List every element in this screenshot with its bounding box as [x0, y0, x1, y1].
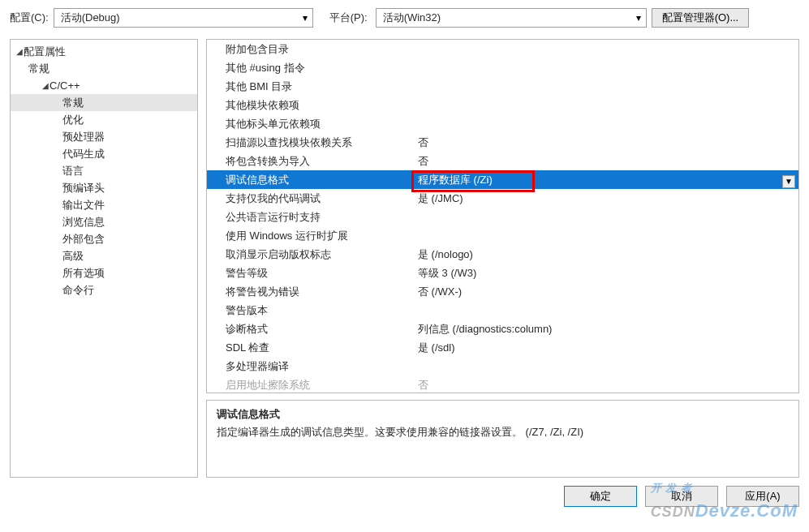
tree-root[interactable]: ◢ 配置属性	[11, 43, 197, 60]
tree-label: 语言	[62, 164, 84, 178]
property-row[interactable]: 启用地址擦除系统否	[207, 375, 798, 393]
property-value[interactable]: 否 (/WX-)	[415, 285, 798, 299]
tree-label: 命令行	[62, 283, 94, 298]
config-manager-button[interactable]: 配置管理器(O)...	[652, 8, 750, 28]
chevron-down-icon: ▾	[631, 12, 646, 24]
description-title: 调试信息格式	[217, 407, 789, 422]
tree-label: 输出文件	[62, 198, 105, 212]
tree-item[interactable]: 代码生成	[11, 145, 197, 162]
tree-label: 优化	[62, 113, 84, 127]
property-name: 警告版本	[207, 303, 415, 318]
apply-button[interactable]: 应用(A)	[726, 486, 799, 507]
property-row[interactable]: 诊断格式列信息 (/diagnostics:column)	[207, 320, 798, 338]
tree-label: 所有选项	[62, 266, 105, 281]
tree-item[interactable]: 浏览信息	[11, 213, 197, 230]
tree-item[interactable]: 语言	[11, 162, 197, 179]
tree-label: 配置属性	[24, 45, 66, 59]
property-name: SDL 检查	[207, 341, 415, 355]
property-row[interactable]: 扫描源以查找模块依赖关系否	[207, 133, 798, 152]
property-value[interactable]: 否	[415, 378, 798, 393]
property-value[interactable]: 否	[415, 154, 798, 169]
property-name: 调试信息格式	[207, 173, 415, 187]
main-area: ◢ 配置属性 常规 ◢ C/C++ 常规优化预处理器代码生成语言预编译头输出文件…	[0, 39, 809, 478]
tree-item[interactable]: 常规	[11, 94, 197, 111]
tree-item[interactable]: 高级	[11, 247, 197, 264]
tree-item[interactable]: 外部包含	[11, 230, 197, 247]
property-row[interactable]: 警告等级等级 3 (/W3)	[207, 264, 798, 282]
chevron-down-icon[interactable]: ▼	[782, 175, 795, 188]
tree-item[interactable]: 所有选项	[11, 264, 197, 281]
dialog-buttons: 确定 取消 应用(A)	[0, 478, 809, 507]
property-row[interactable]: 警告版本	[207, 301, 798, 320]
property-value[interactable]: 否	[415, 135, 798, 150]
config-label: 配置(C):	[10, 11, 49, 25]
property-grid[interactable]: 附加包含目录其他 #using 指令其他 BMI 目录其他模块依赖项其他标头单元…	[206, 39, 799, 393]
property-row[interactable]: 将包含转换为导入否	[207, 152, 798, 170]
config-value: 活动(Debug)	[61, 11, 298, 25]
property-name: 附加包含目录	[207, 42, 415, 57]
property-row[interactable]: 其他 #using 指令	[207, 58, 798, 77]
description-body: 指定编译器生成的调试信息类型。这要求使用兼容的链接器设置。 (/Z7, /Zi,…	[217, 425, 789, 440]
tree-label: 预处理器	[62, 130, 105, 144]
property-row[interactable]: 调试信息格式程序数据库 (/Zi)▼	[207, 170, 798, 189]
cancel-button[interactable]: 取消	[645, 486, 718, 507]
property-value[interactable]: 是 (/nologo)	[415, 247, 798, 262]
property-row[interactable]: 使用 Windows 运行时扩展	[207, 226, 798, 245]
tree-label: C/C++	[49, 79, 80, 92]
property-row[interactable]: 其他标头单元依赖项	[207, 114, 798, 133]
property-row[interactable]: 其他模块依赖项	[207, 96, 798, 114]
tree-children: 常规优化预处理器代码生成语言预编译头输出文件浏览信息外部包含高级所有选项命令行	[11, 94, 197, 298]
property-row[interactable]: 支持仅我的代码调试是 (/JMC)	[207, 189, 798, 208]
property-value[interactable]: 是 (/sdl)	[415, 341, 798, 355]
property-name: 将包含转换为导入	[207, 154, 415, 169]
description-panel: 调试信息格式 指定编译器生成的调试信息类型。这要求使用兼容的链接器设置。 (/Z…	[206, 400, 799, 478]
property-row[interactable]: 其他 BMI 目录	[207, 77, 798, 96]
property-row[interactable]: SDL 检查是 (/sdl)	[207, 338, 798, 357]
tree-item[interactable]: 优化	[11, 111, 197, 128]
property-row[interactable]: 取消显示启动版权标志是 (/nologo)	[207, 245, 798, 264]
property-name: 支持仅我的代码调试	[207, 191, 415, 206]
property-row[interactable]: 附加包含目录	[207, 40, 798, 58]
property-value[interactable]: 程序数据库 (/Zi)▼	[415, 173, 798, 187]
property-name: 取消显示启动版权标志	[207, 247, 415, 262]
tree-label: 常规	[62, 96, 84, 110]
property-value[interactable]: 列信息 (/diagnostics:column)	[415, 322, 798, 337]
config-select[interactable]: 活动(Debug) ▾	[54, 8, 313, 28]
property-name: 扫描源以查找模块依赖关系	[207, 135, 415, 150]
platform-value: 活动(Win32)	[383, 11, 631, 25]
property-name: 公共语言运行时支持	[207, 210, 415, 225]
property-tree[interactable]: ◢ 配置属性 常规 ◢ C/C++ 常规优化预处理器代码生成语言预编译头输出文件…	[10, 39, 198, 478]
tree-label: 外部包含	[62, 232, 105, 247]
caret-down-icon: ◢	[41, 81, 49, 90]
property-name: 警告等级	[207, 266, 415, 281]
platform-label: 平台(P):	[329, 11, 368, 25]
property-row[interactable]: 多处理器编译	[207, 357, 798, 375]
property-name: 多处理器编译	[207, 359, 415, 374]
tree-item[interactable]: 命令行	[11, 281, 197, 298]
tree-label: 浏览信息	[62, 215, 105, 230]
tree-inner: ◢ 配置属性 常规 ◢ C/C++ 常规优化预处理器代码生成语言预编译头输出文件…	[11, 40, 197, 302]
tree-label: 预编译头	[62, 181, 105, 195]
property-row[interactable]: 将警告视为错误否 (/WX-)	[207, 282, 798, 301]
caret-down-icon: ◢	[15, 47, 24, 56]
property-row[interactable]: 公共语言运行时支持	[207, 208, 798, 226]
tree-label: 高级	[62, 249, 84, 264]
property-name: 使用 Windows 运行时扩展	[207, 229, 415, 243]
tree-item-cc[interactable]: ◢ C/C++	[11, 77, 197, 94]
tree-item[interactable]: 预编译头	[11, 179, 197, 196]
tree-item[interactable]: 预处理器	[11, 128, 197, 145]
tree-item-general[interactable]: 常规	[11, 60, 197, 77]
property-name: 其他模块依赖项	[207, 98, 415, 113]
grid-inner: 附加包含目录其他 #using 指令其他 BMI 目录其他模块依赖项其他标头单元…	[207, 40, 798, 393]
chevron-down-icon: ▾	[298, 12, 312, 24]
ok-button[interactable]: 确定	[564, 486, 637, 507]
property-value[interactable]: 等级 3 (/W3)	[415, 266, 798, 281]
top-config-row: 配置(C): 活动(Debug) ▾ 平台(P): 活动(Win32) ▾ 配置…	[0, 0, 809, 39]
platform-select[interactable]: 活动(Win32) ▾	[376, 8, 647, 28]
property-name: 诊断格式	[207, 322, 415, 337]
property-value[interactable]: 是 (/JMC)	[415, 191, 798, 206]
tree-item[interactable]: 输出文件	[11, 196, 197, 213]
property-name: 将警告视为错误	[207, 285, 415, 299]
property-name: 其他 #using 指令	[207, 61, 415, 75]
property-name: 其他 BMI 目录	[207, 79, 415, 94]
